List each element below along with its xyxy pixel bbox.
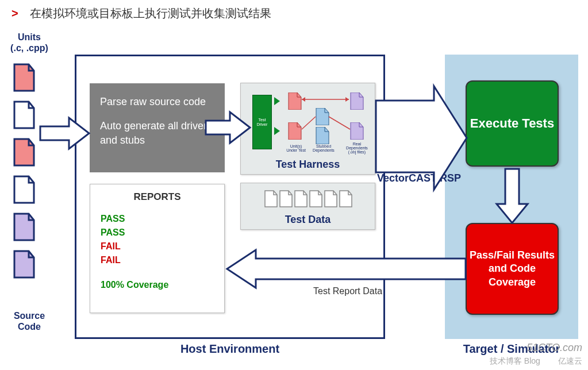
mini-file-icon <box>339 190 352 207</box>
return-link-label: Ethernet, Serial Link, JTAG… <box>282 259 425 271</box>
test-data-label: Test Data <box>241 214 375 226</box>
file-icon <box>13 175 36 204</box>
parse-line2: Auto generate all drivers and stubs <box>100 119 214 147</box>
chevron-icon: > <box>11 7 18 20</box>
mini-file-icon <box>264 190 278 207</box>
execute-tests-box: Execute Tests <box>466 80 559 167</box>
results-box: Pass/Fail Results and Code Coverage <box>466 223 559 315</box>
reports-box: REPORTS PASSPASSFAILFAIL 100% Coverage <box>90 184 225 313</box>
harness-diagram: Test Driver Unit(s) Under Test Stubbed D… <box>245 88 370 154</box>
mini-file-icon <box>279 190 293 207</box>
report-pass-row: PASS <box>101 226 214 240</box>
report-fail-row: FAIL <box>101 240 214 253</box>
coverage-text: 100% Coverage <box>101 280 214 290</box>
watermark-51cto: 51CTO.com <box>526 342 582 354</box>
report-pass-row: PASS <box>101 212 214 226</box>
test-data-files <box>241 190 375 207</box>
watermark-bottom: 技术博客 Blog 亿速云 <box>490 356 582 367</box>
source-file-list <box>13 63 36 279</box>
parse-line1: Parse raw source code <box>100 95 214 109</box>
mini-file-icon <box>324 190 337 207</box>
test-harness-box: Test Driver Unit(s) Under Test Stubbed D… <box>240 83 375 175</box>
source-code-label: Source Code <box>3 310 55 332</box>
svg-marker-1 <box>302 97 305 102</box>
test-harness-label: Test Harness <box>241 159 375 171</box>
file-icon <box>13 213 36 241</box>
mini-file-icon <box>309 190 322 207</box>
title-text: 在模拟环境或目标板上执行测试并收集测试结果 <box>30 7 271 20</box>
file-icon <box>13 63 36 92</box>
file-icon <box>13 138 36 167</box>
svg-line-4 <box>329 117 350 129</box>
page-title: > 在模拟环境或目标板上执行测试并收集测试结果 <box>0 0 588 21</box>
svg-marker-2 <box>345 97 349 102</box>
reports-header: REPORTS <box>101 191 214 203</box>
parse-box: Parse raw source code Auto generate all … <box>90 83 225 172</box>
return-sublabel: Test Report Data <box>313 286 382 296</box>
mini-file-icon <box>294 190 308 207</box>
host-environment-label: Host Environment <box>75 342 385 356</box>
units-label: Units (.c, .cpp) <box>3 32 55 53</box>
rsp-label: VectorCAST/RSP <box>377 172 461 184</box>
report-fail-row: FAIL <box>101 253 214 267</box>
file-icon <box>13 101 36 129</box>
harness-connectors <box>245 88 370 154</box>
svg-line-3 <box>302 117 316 129</box>
test-data-box: Test Data <box>240 183 375 230</box>
file-icon <box>13 250 36 279</box>
